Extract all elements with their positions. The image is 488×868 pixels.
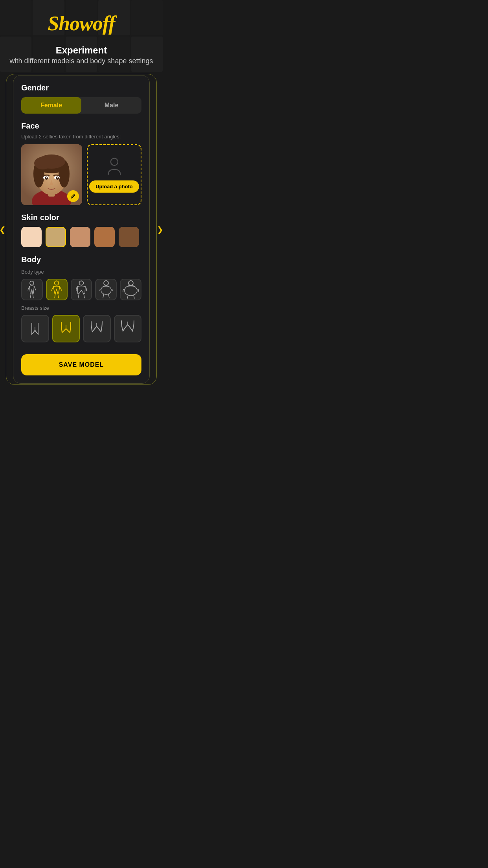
body-type-1-button[interactable] [21, 279, 43, 300]
svg-line-32 [103, 294, 104, 298]
svg-line-19 [34, 286, 36, 290]
svg-point-15 [57, 177, 59, 178]
svg-point-14 [46, 177, 48, 178]
svg-line-25 [55, 293, 55, 298]
skin-swatch-1[interactable] [21, 227, 42, 247]
breast-size-2-button[interactable] [52, 315, 80, 343]
skin-color-label: Skin color [21, 213, 141, 222]
svg-point-9 [38, 154, 65, 169]
breast-size-1-button[interactable] [21, 315, 49, 343]
svg-line-28 [78, 294, 79, 298]
skin-swatch-4[interactable] [94, 227, 115, 247]
face-hint: Upload 2 selfies taken from different an… [21, 134, 141, 140]
left-arrow-icon: ❮ [0, 225, 6, 234]
breast-size-3-button[interactable] [83, 315, 111, 343]
svg-line-26 [58, 293, 59, 298]
svg-line-18 [28, 286, 29, 290]
svg-point-22 [55, 281, 59, 285]
subtitle-section: Experiment with different models and bod… [0, 35, 163, 74]
body-type-2-icon [50, 280, 64, 299]
svg-point-35 [125, 285, 137, 296]
svg-line-20 [30, 293, 31, 298]
svg-line-24 [60, 287, 62, 291]
outer-card-border: ❮ ❯ Gender Female Male Face Upload 2 sel… [6, 74, 157, 385]
svg-point-27 [79, 281, 83, 285]
body-type-5-icon [122, 280, 140, 299]
skin-swatch-5[interactable] [119, 227, 139, 247]
body-type-2-button[interactable] [46, 279, 68, 300]
body-type-3-button[interactable] [71, 279, 92, 300]
breast-size-4-icon [120, 319, 136, 338]
body-type-label: Body type [21, 269, 141, 275]
card-wrapper: ❮ ❯ Gender Female Male Face Upload 2 sel… [6, 74, 157, 397]
breast-size-4-button[interactable] [114, 315, 142, 343]
edit-photo-1-button[interactable] [67, 190, 79, 202]
body-label: Body [21, 255, 141, 264]
skin-swatch-3[interactable] [70, 227, 90, 247]
main-card: Gender Female Male Face Upload 2 selfies… [13, 75, 150, 384]
right-arrow-icon: ❯ [157, 225, 163, 234]
header: Showoff [0, 0, 163, 35]
svg-line-29 [84, 294, 84, 298]
save-model-button[interactable]: SAVE MODEL [21, 354, 141, 375]
gender-female-button[interactable]: Female [21, 97, 81, 114]
breast-size-row [21, 315, 141, 343]
face-photo-1 [21, 144, 82, 205]
skin-swatch-2[interactable] [46, 227, 66, 247]
svg-line-33 [108, 294, 109, 298]
svg-line-37 [134, 295, 134, 298]
skin-color-swatches [21, 227, 141, 247]
svg-line-23 [51, 287, 53, 291]
svg-line-36 [127, 295, 128, 298]
svg-line-21 [33, 293, 33, 298]
gender-male-button[interactable]: Male [81, 97, 141, 114]
breast-size-1-icon [29, 319, 41, 338]
body-type-4-button[interactable] [95, 279, 117, 300]
breast-size-2-icon [59, 319, 73, 338]
app-title: Showoff [0, 12, 163, 35]
body-type-row [21, 279, 141, 300]
body-type-3-icon [74, 280, 89, 299]
body-type-5-button[interactable] [120, 279, 141, 300]
body-type-1-icon [26, 280, 38, 299]
person-placeholder-icon [105, 157, 124, 177]
subtitle-main: Experiment [8, 45, 155, 56]
upload-photo-button[interactable]: Upload a photo [89, 180, 139, 193]
svg-point-17 [30, 281, 34, 285]
face-label: Face [21, 121, 141, 131]
svg-point-34 [128, 281, 133, 285]
svg-point-30 [104, 281, 108, 285]
face-upload-slot-2[interactable]: Upload a photo [87, 144, 141, 205]
svg-point-31 [101, 286, 111, 294]
breast-size-3-icon [89, 319, 104, 338]
face-upload-row: Upload a photo [21, 144, 141, 205]
svg-point-16 [110, 158, 117, 166]
subtitle-sub: with different models and body shape set… [8, 56, 155, 66]
body-type-4-icon [98, 280, 114, 299]
breasts-size-label: Breasts size [21, 305, 141, 311]
gender-label: Gender [21, 83, 141, 92]
gender-toggle: Female Male [21, 97, 141, 114]
